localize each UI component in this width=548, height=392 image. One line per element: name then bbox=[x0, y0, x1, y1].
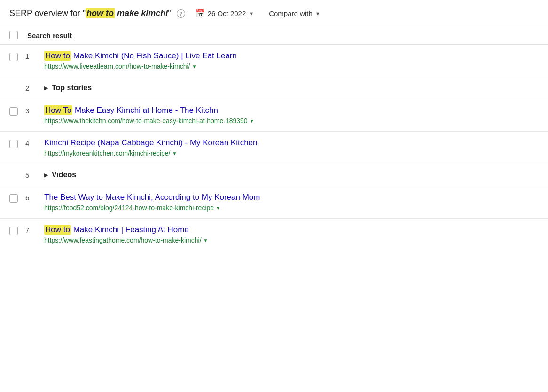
row-7-highlight: How to bbox=[44, 225, 71, 235]
row-3-checkbox[interactable] bbox=[9, 107, 18, 116]
row-1-url-arrow[interactable]: ▼ bbox=[192, 64, 196, 69]
row-3-url[interactable]: https://www.thekitchn.com/how-to-make-ea… bbox=[44, 117, 254, 125]
row-1-checkbox[interactable] bbox=[9, 53, 18, 61]
row-3-rank: 3 bbox=[25, 106, 39, 115]
row-7-checkbox[interactable] bbox=[9, 227, 18, 235]
row-3-url-arrow[interactable]: ▼ bbox=[250, 118, 254, 124]
row-1-highlight: How to bbox=[44, 51, 71, 61]
help-icon[interactable]: ? bbox=[177, 9, 185, 18]
row-7-title[interactable]: How to Make Kimchi | Feasting At Home bbox=[44, 225, 208, 235]
compare-dropdown-arrow: ▼ bbox=[315, 11, 321, 16]
row-4-rank: 4 bbox=[25, 138, 39, 147]
row-7-content: How to Make Kimchi | Feasting At Home ht… bbox=[44, 225, 208, 244]
row-1-title[interactable]: How to Make Kimchi (No Fish Sauce) | Liv… bbox=[44, 51, 237, 61]
row-6-url-arrow[interactable]: ▼ bbox=[216, 205, 220, 211]
page-title: SERP overview for "how to make kimchi" bbox=[9, 8, 171, 18]
row-2-rank: 2 bbox=[25, 84, 39, 92]
date-picker[interactable]: 📅 26 Oct 2022 ▼ bbox=[196, 9, 254, 18]
row-7-url[interactable]: https://www.feastingathome.com/how-to-ma… bbox=[44, 236, 208, 244]
table-row: 3 How To Make Easy Kimchi at Home - The … bbox=[0, 99, 548, 132]
query-highlight: how to bbox=[86, 8, 115, 18]
row-1-url[interactable]: https://www.liveeatlearn.com/how-to-make… bbox=[44, 63, 237, 70]
row-4-url[interactable]: https://mykoreankitchen.com/kimchi-recip… bbox=[44, 149, 258, 157]
top-stories-row: 2 ▶ Top stories bbox=[0, 77, 548, 99]
row-6-title[interactable]: The Best Way to Make Kimchi, According t… bbox=[44, 193, 260, 202]
row-6-content: The Best Way to Make Kimchi, According t… bbox=[44, 193, 260, 212]
calendar-icon: 📅 bbox=[196, 9, 205, 18]
row-6-url[interactable]: https://food52.com/blog/24124-how-to-mak… bbox=[44, 204, 260, 212]
date-dropdown-arrow: ▼ bbox=[249, 11, 254, 16]
top-stories-expand-icon[interactable]: ▶ bbox=[44, 85, 48, 91]
compare-with-label: Compare with bbox=[269, 9, 313, 17]
row-5-rank: 5 bbox=[25, 171, 39, 179]
row-4-content: Kimchi Recipe (Napa Cabbage Kimchi) - My… bbox=[44, 138, 258, 157]
top-stories-label: Top stories bbox=[52, 84, 92, 92]
row-3-highlight: How To bbox=[44, 105, 72, 115]
row-1-rank: 1 bbox=[25, 51, 39, 60]
select-all-checkbox[interactable] bbox=[9, 31, 18, 39]
videos-expand-icon[interactable]: ▶ bbox=[44, 172, 48, 178]
row-4-url-arrow[interactable]: ▼ bbox=[172, 151, 177, 156]
videos-label: Videos bbox=[52, 171, 76, 179]
row-6-checkbox[interactable] bbox=[9, 194, 18, 203]
table-row: 1 How to Make Kimchi (No Fish Sauce) | L… bbox=[0, 45, 548, 77]
compare-with-button[interactable]: Compare with ▼ bbox=[269, 9, 320, 17]
page-header: SERP overview for "how to make kimchi" ?… bbox=[0, 0, 548, 26]
table-row: 4 Kimchi Recipe (Napa Cabbage Kimchi) - … bbox=[0, 132, 548, 164]
row-3-title[interactable]: How To Make Easy Kimchi at Home - The Ki… bbox=[44, 106, 254, 115]
videos-row: 5 ▶ Videos bbox=[0, 164, 548, 186]
row-7-url-arrow[interactable]: ▼ bbox=[204, 238, 208, 243]
table-header: Search result bbox=[0, 26, 548, 45]
date-label: 26 Oct 2022 bbox=[208, 9, 246, 17]
row-6-rank: 6 bbox=[25, 193, 39, 202]
table-row: 6 The Best Way to Make Kimchi, According… bbox=[0, 186, 548, 219]
search-result-column-label: Search result bbox=[27, 31, 72, 39]
row-3-content: How To Make Easy Kimchi at Home - The Ki… bbox=[44, 106, 254, 125]
row-4-checkbox[interactable] bbox=[9, 140, 18, 148]
row-4-title[interactable]: Kimchi Recipe (Napa Cabbage Kimchi) - My… bbox=[44, 138, 258, 148]
row-7-rank: 7 bbox=[25, 225, 39, 234]
row-1-content: How to Make Kimchi (No Fish Sauce) | Liv… bbox=[44, 51, 237, 70]
table-row: 7 How to Make Kimchi | Feasting At Home … bbox=[0, 219, 548, 251]
